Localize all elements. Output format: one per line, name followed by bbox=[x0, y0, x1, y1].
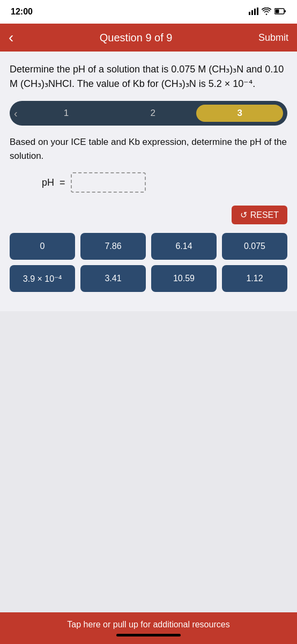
answer-grid: 0 7.86 6.14 0.075 3.9 × 10⁻⁴ 3.41 10.59 … bbox=[10, 233, 287, 292]
step-back-arrow[interactable]: ‹ bbox=[14, 107, 18, 120]
reset-label: RESET bbox=[250, 210, 279, 220]
signal-icon bbox=[249, 8, 258, 17]
step-tab-3[interactable]: 3 bbox=[196, 105, 283, 122]
svg-rect-5 bbox=[276, 10, 279, 13]
svg-rect-2 bbox=[254, 9, 256, 15]
submit-button[interactable]: Submit bbox=[258, 32, 288, 43]
wifi-icon bbox=[262, 8, 271, 17]
main-content: Determine the pH of a solution that is 0… bbox=[0, 52, 297, 311]
bottom-bar[interactable]: Tap here or pull up for additional resou… bbox=[0, 612, 297, 644]
answer-tile-5[interactable]: 3.41 bbox=[80, 265, 146, 292]
header-title: Question 9 of 9 bbox=[100, 32, 173, 44]
ph-label: pH bbox=[42, 177, 54, 188]
answer-tile-3[interactable]: 0.075 bbox=[222, 233, 287, 260]
sub-question-text: Based on your ICE table and Kb expressio… bbox=[10, 135, 287, 163]
step-tab-2[interactable]: 2 bbox=[109, 105, 196, 122]
ph-input-box[interactable] bbox=[71, 172, 146, 193]
reset-button[interactable]: ↺ RESET bbox=[232, 206, 287, 224]
status-bar: 12:00 bbox=[0, 0, 297, 24]
ph-input-row: pH = bbox=[10, 172, 287, 193]
answer-tile-0[interactable]: 0 bbox=[10, 233, 75, 260]
svg-rect-3 bbox=[257, 8, 258, 15]
reset-icon: ↺ bbox=[240, 210, 247, 220]
status-time: 12:00 bbox=[11, 7, 33, 17]
answer-tile-6[interactable]: 10.59 bbox=[151, 265, 217, 292]
svg-rect-0 bbox=[249, 12, 250, 15]
answer-tile-2[interactable]: 6.14 bbox=[151, 233, 217, 260]
back-button[interactable]: ‹ bbox=[9, 30, 13, 45]
answer-tile-4[interactable]: 3.9 × 10⁻⁴ bbox=[10, 265, 75, 292]
answer-tile-7[interactable]: 1.12 bbox=[222, 265, 287, 292]
step-tabs: ‹ 1 2 3 bbox=[10, 101, 287, 126]
ph-equals: = bbox=[60, 177, 65, 188]
header: ‹ Question 9 of 9 Submit bbox=[0, 24, 297, 52]
battery-icon bbox=[274, 8, 286, 16]
bottom-bar-label: Tap here or pull up for additional resou… bbox=[67, 620, 229, 629]
bottom-indicator bbox=[116, 634, 181, 636]
step-tab-1[interactable]: 1 bbox=[23, 105, 110, 122]
status-icons bbox=[249, 8, 286, 17]
svg-rect-6 bbox=[285, 10, 286, 12]
reset-row: ↺ RESET bbox=[10, 206, 287, 224]
question-text: Determine the pH of a solution that is 0… bbox=[10, 62, 287, 91]
answer-tile-1[interactable]: 7.86 bbox=[80, 233, 146, 260]
svg-rect-1 bbox=[251, 10, 253, 15]
